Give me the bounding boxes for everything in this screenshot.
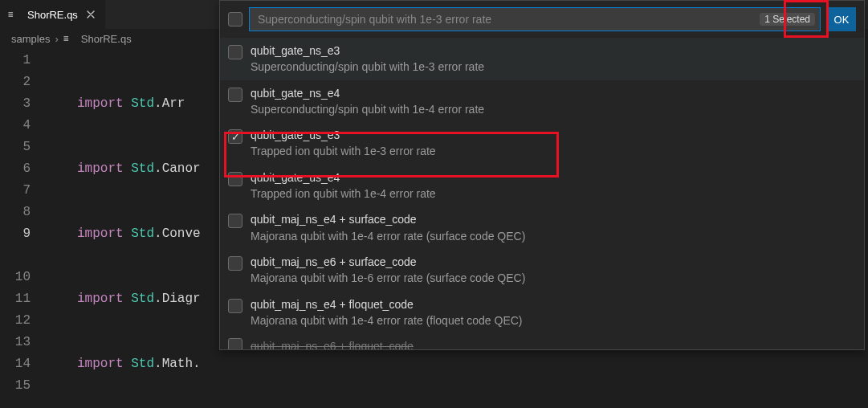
ok-button[interactable]: OK [827, 7, 856, 31]
item-description: Majorana qubit with 1e-4 error rate (sur… [251, 228, 525, 244]
item-checkbox[interactable] [228, 172, 242, 186]
item-description: Trapped ion qubit with 1e-4 error rate [251, 186, 436, 202]
qsharp-file-icon: ≡ [63, 32, 76, 45]
quickpick-list[interactable]: qubit_gate_ns_e3Superconducting/spin qub… [220, 38, 864, 349]
item-description: Superconducting/spin qubit with 1e-3 err… [251, 59, 484, 75]
item-label: qubit_gate_ns_e4 [251, 85, 484, 101]
item-description: Trapped ion qubit with 1e-3 error rate [251, 143, 436, 159]
item-label: qubit_maj_ns_e4 + surface_code [251, 211, 525, 227]
item-label: qubit_gate_us_e4 [251, 169, 436, 186]
quickpick-item[interactable]: qubit_maj_ns_e6 + floquet_code [220, 333, 864, 349]
quickpick-item[interactable]: qubit_maj_ns_e6 + surface_codeMajorana q… [220, 249, 864, 292]
item-label: qubit_maj_ns_e4 + floquet_code [251, 296, 523, 312]
select-all-checkbox[interactable] [228, 12, 242, 27]
item-label: qubit_gate_ns_e3 [251, 43, 484, 59]
item-label: qubit_maj_ns_e6 + surface_code [251, 254, 525, 270]
item-description: Superconducting/spin qubit with 1e-4 err… [251, 101, 484, 117]
quickpick-item[interactable]: qubit_gate_us_e4Trapped ion qubit with 1… [220, 165, 864, 207]
quickpick-item[interactable]: ✓qubit_gate_us_e3Trapped ion qubit with … [220, 122, 864, 165]
breadcrumb-folder[interactable]: samples [11, 33, 50, 45]
quickpick-input-wrap: 1 Selected [249, 7, 821, 31]
item-label: qubit_gate_us_e3 [251, 127, 436, 143]
quickpick-panel: 1 Selected OK qubit_gate_ns_e3Supercondu… [219, 0, 865, 350]
quickpick-item[interactable]: qubit_gate_ns_e3Superconducting/spin qub… [220, 38, 864, 80]
svg-text:≡: ≡ [63, 33, 69, 44]
item-label: qubit_maj_ns_e6 + floquet_code [251, 338, 414, 349]
quickpick-header: 1 Selected OK [220, 1, 864, 38]
item-checkbox[interactable] [228, 338, 242, 349]
quickpick-item[interactable]: qubit_maj_ns_e4 + surface_codeMajorana q… [220, 206, 864, 249]
qsharp-file-icon: ≡ [8, 8, 21, 21]
item-description: Majorana qubit with 1e-4 error rate (flo… [251, 312, 523, 328]
item-checkbox[interactable]: ✓ [228, 129, 242, 144]
item-checkbox[interactable] [228, 256, 242, 271]
item-checkbox[interactable] [228, 45, 242, 59]
item-checkbox[interactable] [228, 214, 242, 228]
quickpick-item[interactable]: qubit_gate_ns_e4Superconducting/spin qub… [220, 80, 864, 123]
svg-text:≡: ≡ [8, 9, 14, 20]
chevron-right-icon: › [55, 33, 58, 45]
quickpick-input[interactable] [256, 12, 760, 27]
quickpick-item[interactable]: qubit_maj_ns_e4 + floquet_codeMajorana q… [220, 292, 864, 334]
breadcrumb-file[interactable]: ShorRE.qs [81, 33, 132, 45]
item-description: Majorana qubit with 1e-6 error rate (sur… [251, 270, 525, 286]
selected-count-badge: 1 Selected [760, 13, 815, 26]
close-icon[interactable] [84, 8, 97, 21]
tab-filename: ShorRE.qs [27, 9, 78, 21]
item-checkbox[interactable] [228, 299, 242, 313]
line-number-gutter: 12345678 9 101112131415 [0, 48, 48, 408]
item-checkbox[interactable] [228, 88, 242, 102]
tab-shorre[interactable]: ≡ ShorRE.qs [0, 0, 106, 29]
